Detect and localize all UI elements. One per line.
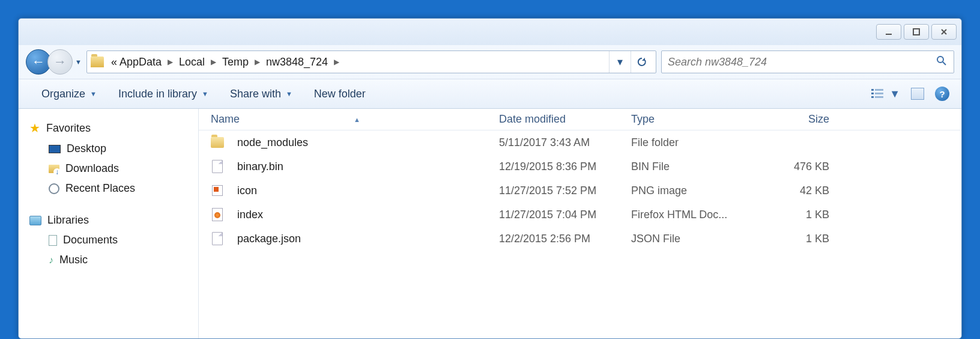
organize-label: Organize	[41, 88, 85, 100]
column-date-header[interactable]: Date modified	[499, 113, 631, 126]
file-size: 1 KB	[769, 209, 841, 221]
recent-icon	[49, 183, 59, 194]
sidebar-item-label: Desktop	[67, 142, 106, 155]
caret-down-icon: ▼	[90, 90, 97, 97]
file-icon	[211, 232, 224, 245]
svg-rect-1	[913, 29, 919, 35]
sidebar-item-label: Music	[59, 254, 88, 266]
view-options-button[interactable]: ▼	[871, 88, 900, 100]
breadcrumb-segment[interactable]: nw3848_724	[265, 56, 329, 69]
file-date: 12/2/2015 2:56 PM	[499, 233, 631, 245]
file-list-pane: Name▲ Date modified Type Size node_modul…	[199, 109, 961, 338]
sidebar-recent-places[interactable]: Recent Places	[25, 179, 192, 198]
column-size-header[interactable]: Size	[769, 113, 841, 126]
toolbar-right: ▼ ?	[871, 87, 949, 101]
sidebar-libraries[interactable]: Libraries	[25, 210, 192, 230]
file-size: 476 KB	[769, 160, 841, 173]
minimize-button[interactable]	[876, 24, 901, 40]
file-type: JSON File	[631, 233, 769, 245]
forward-button[interactable]: →	[47, 49, 73, 75]
file-row[interactable]: index11/27/2015 7:04 PMFirefox HTML Doc.…	[199, 203, 961, 227]
folder-icon	[211, 136, 224, 149]
preview-pane-button[interactable]	[911, 88, 924, 100]
column-name-header[interactable]: Name▲	[211, 113, 499, 126]
nav-history-dropdown[interactable]: ▼	[75, 58, 82, 66]
refresh-button[interactable]	[631, 51, 652, 73]
close-button[interactable]	[931, 24, 957, 40]
sidebar-downloads[interactable]: Downloads	[25, 159, 192, 179]
chevron-right-icon[interactable]: ▶	[206, 58, 221, 66]
svg-rect-0	[886, 34, 892, 35]
maximize-button[interactable]	[904, 24, 929, 40]
search-input[interactable]	[668, 56, 936, 69]
file-name: binary.bin	[237, 160, 283, 173]
chevron-right-icon[interactable]: ▶	[163, 58, 178, 66]
share-label: Share with	[230, 88, 281, 100]
svg-point-2	[937, 56, 943, 63]
svg-rect-7	[875, 93, 883, 94]
file-size: 42 KB	[769, 185, 841, 197]
breadcrumb-segment[interactable]: AppData	[118, 56, 163, 69]
window-controls	[876, 24, 957, 40]
file-size: 1 KB	[769, 233, 841, 245]
address-dropdown[interactable]: ▾	[609, 51, 631, 73]
html-icon	[211, 208, 224, 221]
new-folder-button[interactable]: New folder	[303, 84, 377, 104]
help-icon[interactable]: ?	[935, 87, 949, 101]
png-icon	[211, 184, 224, 197]
sidebar-item-label: Favorites	[46, 122, 91, 135]
sidebar-item-label: Recent Places	[65, 182, 135, 195]
library-icon	[29, 216, 41, 225]
file-type: BIN File	[631, 160, 769, 173]
file-name: index	[237, 209, 263, 221]
sidebar-desktop[interactable]: Desktop	[25, 139, 192, 159]
explorer-window: ← → ▼ « AppData ▶ Local ▶ Temp ▶ nw3848_…	[18, 18, 962, 339]
file-type: PNG image	[631, 185, 769, 197]
chevron-right-icon[interactable]: ▶	[250, 58, 265, 66]
address-bar[interactable]: « AppData ▶ Local ▶ Temp ▶ nw3848_724 ▶ …	[86, 50, 656, 73]
file-row[interactable]: binary.bin12/19/2015 8:36 PMBIN File476 …	[199, 154, 961, 179]
file-type: Firefox HTML Doc...	[631, 209, 769, 221]
sort-ascending-icon: ▲	[354, 116, 360, 123]
file-icon	[211, 160, 224, 173]
navigation-pane: ★Favorites Desktop Downloads Recent Plac…	[19, 109, 199, 338]
svg-rect-8	[871, 96, 874, 98]
file-row[interactable]: package.json12/2/2015 2:56 PMJSON File1 …	[199, 227, 961, 251]
music-icon: ♪	[49, 255, 53, 266]
file-type: File folder	[631, 136, 769, 149]
chevron-right-icon[interactable]: ▶	[329, 58, 344, 66]
file-date: 11/27/2015 7:04 PM	[499, 209, 631, 221]
breadcrumb-prefix: «	[110, 56, 118, 69]
file-name: package.json	[237, 233, 301, 245]
address-controls: ▾	[609, 51, 652, 73]
svg-rect-4	[871, 89, 874, 91]
sidebar-documents[interactable]: Documents	[25, 230, 192, 250]
star-icon: ★	[29, 121, 40, 135]
file-row[interactable]: node_modules5/11/2017 3:43 AMFile folder	[199, 130, 961, 154]
breadcrumb-segment[interactable]: Temp	[221, 56, 250, 69]
sidebar-music[interactable]: ♪Music	[25, 250, 192, 270]
document-icon	[49, 235, 57, 246]
column-type-header[interactable]: Type	[631, 113, 769, 126]
svg-rect-5	[875, 89, 883, 91]
column-label: Name	[211, 113, 240, 126]
share-with-button[interactable]: Share with▼	[219, 84, 303, 104]
titlebar	[19, 19, 961, 45]
column-headers: Name▲ Date modified Type Size	[199, 109, 961, 130]
list-view-icon	[871, 88, 885, 99]
sidebar-item-label: Downloads	[65, 162, 119, 175]
sidebar-favorites[interactable]: ★Favorites	[25, 117, 192, 139]
svg-rect-6	[871, 93, 874, 94]
desktop-icon	[49, 145, 61, 153]
file-row[interactable]: icon11/27/2015 7:52 PMPNG image42 KB	[199, 179, 961, 203]
search-icon[interactable]	[936, 55, 948, 70]
organize-button[interactable]: Organize▼	[31, 84, 107, 104]
include-in-library-button[interactable]: Include in library▼	[107, 84, 219, 104]
toolbar: Organize▼ Include in library▼ Share with…	[19, 79, 961, 109]
include-label: Include in library	[118, 88, 197, 100]
caret-down-icon: ▼	[202, 90, 208, 97]
folder-icon	[91, 56, 104, 67]
search-box	[661, 50, 954, 73]
navigation-row: ← → ▼ « AppData ▶ Local ▶ Temp ▶ nw3848_…	[19, 45, 961, 79]
breadcrumb-segment[interactable]: Local	[178, 56, 206, 69]
